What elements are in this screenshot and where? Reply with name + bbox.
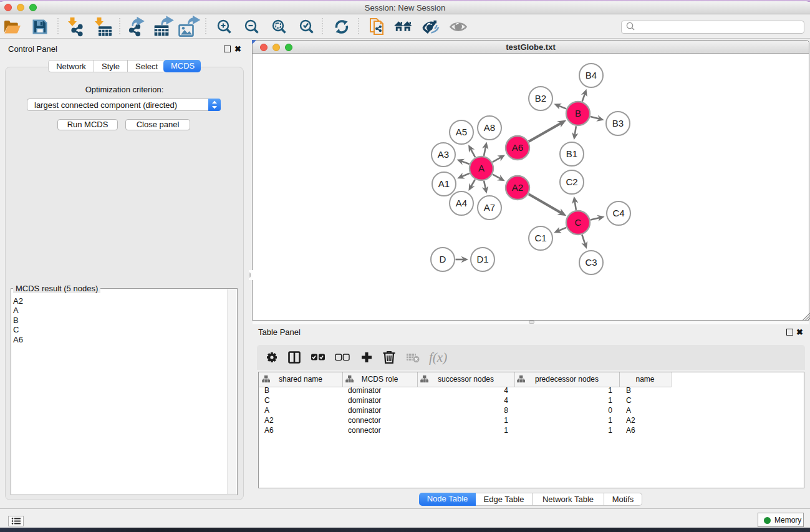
- svg-text:B2: B2: [535, 93, 546, 104]
- svg-text:C1: C1: [534, 233, 546, 243]
- svg-text:C2: C2: [566, 177, 577, 187]
- svg-text:A8: A8: [484, 122, 495, 133]
- svg-text:A4: A4: [456, 198, 467, 208]
- svg-text:f(x): f(x): [429, 350, 447, 365]
- svg-text:B3: B3: [612, 118, 624, 128]
- svg-text:B: B: [575, 108, 581, 118]
- svg-text:A7: A7: [484, 202, 495, 213]
- svg-text:D1: D1: [476, 254, 488, 264]
- svg-text:B1: B1: [566, 148, 577, 159]
- svg-text:A: A: [478, 163, 485, 173]
- svg-text:A3: A3: [438, 149, 449, 160]
- svg-text:A1: A1: [438, 178, 450, 189]
- svg-text:C: C: [575, 217, 582, 228]
- svg-text:B4: B4: [586, 70, 597, 80]
- svg-text:A5: A5: [456, 127, 467, 137]
- svg-text:C4: C4: [612, 208, 624, 218]
- svg-text:A6: A6: [512, 142, 523, 153]
- svg-text:C3: C3: [585, 257, 597, 268]
- svg-text:D: D: [440, 254, 446, 264]
- svg-text:A2: A2: [512, 182, 523, 193]
